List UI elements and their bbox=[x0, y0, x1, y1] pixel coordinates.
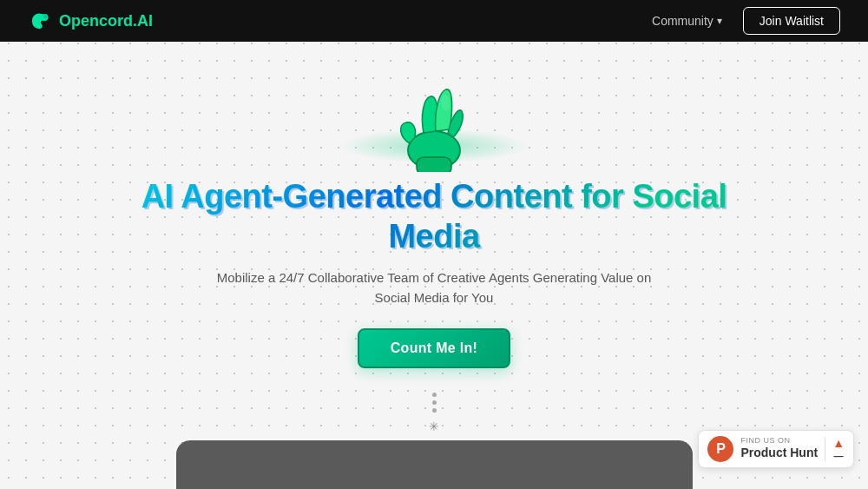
navbar-right: Community Join Waitlist bbox=[652, 7, 840, 35]
logo-text: Opencord.AI bbox=[59, 12, 153, 30]
hero-title: AI Agent-Generated Content for Social Me… bbox=[139, 177, 729, 256]
svg-rect-2 bbox=[417, 157, 451, 172]
connector-sparkle-icon: ✳ bbox=[429, 420, 439, 433]
ph-text-block: FIND US ON Product Hunt bbox=[740, 437, 818, 460]
connector-dot-2 bbox=[432, 400, 437, 405]
ph-upvote-arrow: ▲ bbox=[832, 437, 845, 449]
ph-vote-block[interactable]: ▲ — bbox=[825, 437, 845, 461]
section-connector: ✳ bbox=[429, 393, 439, 433]
logo-link[interactable]: Opencord.AI bbox=[28, 9, 153, 33]
mascot-container bbox=[347, 76, 521, 163]
preview-logo-icon bbox=[347, 484, 382, 489]
join-waitlist-button[interactable]: Join Waitlist bbox=[743, 7, 840, 35]
cta-button[interactable]: Count Me In! bbox=[358, 328, 510, 368]
product-hunt-logo: P bbox=[707, 436, 733, 462]
logo-icon bbox=[28, 9, 52, 33]
product-hunt-badge[interactable]: P FIND US ON Product Hunt ▲ — bbox=[698, 430, 854, 468]
hero-section: AI Agent-Generated Content for Social Me… bbox=[0, 42, 868, 489]
ph-vote-count: — bbox=[834, 451, 844, 461]
preview-logo: Opencord.AI bbox=[347, 484, 522, 489]
connector-dot-1 bbox=[432, 393, 437, 397]
community-menu[interactable]: Community bbox=[652, 14, 722, 28]
ph-logo-letter: P bbox=[716, 441, 726, 457]
connector-dot-3 bbox=[432, 408, 437, 413]
ph-find-us-label: FIND US ON bbox=[740, 437, 818, 445]
navbar: Opencord.AI Community Join Waitlist bbox=[0, 0, 868, 42]
preview-card: Opencord.AI bbox=[176, 440, 693, 489]
svg-point-0 bbox=[43, 15, 48, 19]
hero-subtitle: Mobilize a 24/7 Collaborative Team of Cr… bbox=[208, 268, 660, 307]
mascot-illustration bbox=[365, 76, 503, 172]
ph-name-label: Product Hunt bbox=[740, 445, 818, 460]
